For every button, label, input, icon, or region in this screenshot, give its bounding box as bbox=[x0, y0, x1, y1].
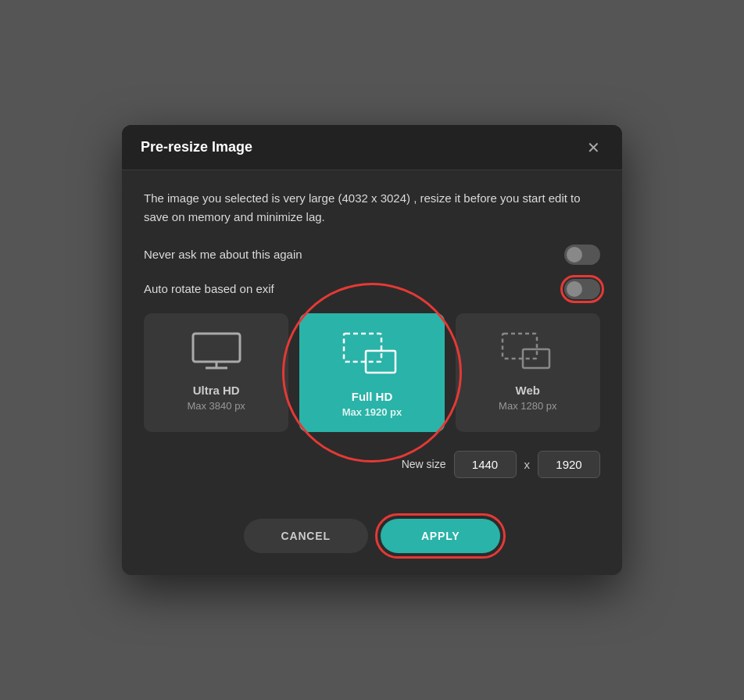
full-hd-sub: Max 1920 px bbox=[342, 406, 402, 418]
auto-rotate-toggle[interactable] bbox=[564, 279, 600, 299]
presets-row: Ultra HD Max 3840 px Full HD Max 1920 px bbox=[144, 313, 600, 432]
svg-rect-5 bbox=[503, 334, 537, 359]
cancel-button[interactable]: CANCEL bbox=[244, 519, 368, 553]
full-hd-icon bbox=[341, 330, 403, 377]
ultra-hd-icon bbox=[188, 330, 245, 371]
apply-button[interactable]: APPLY bbox=[381, 519, 501, 553]
web-sub: Max 1280 px bbox=[499, 400, 556, 412]
size-width-input[interactable] bbox=[454, 451, 517, 478]
never-ask-toggle[interactable] bbox=[564, 245, 600, 265]
preset-full-hd[interactable]: Full HD Max 1920 px bbox=[299, 313, 444, 432]
dialog-header: Pre-resize Image ✕ bbox=[122, 125, 622, 170]
svg-rect-3 bbox=[344, 334, 381, 362]
preset-web[interactable]: Web Max 1280 px bbox=[456, 313, 600, 432]
size-height-input[interactable] bbox=[538, 451, 600, 478]
web-icon bbox=[499, 330, 556, 371]
never-ask-label: Never ask me about this again bbox=[144, 248, 302, 261]
full-hd-label: Full HD bbox=[352, 390, 393, 403]
pre-resize-dialog: Pre-resize Image ✕ The image you selecte… bbox=[122, 125, 622, 575]
auto-rotate-row: Auto rotate based on exif bbox=[144, 279, 600, 299]
new-size-row: New size x bbox=[144, 451, 600, 478]
web-label: Web bbox=[516, 384, 540, 397]
never-ask-toggle-knob bbox=[567, 247, 582, 262]
size-separator: x bbox=[524, 458, 531, 471]
ultra-hd-label: Ultra HD bbox=[193, 384, 240, 397]
auto-rotate-label: Auto rotate based on exif bbox=[144, 282, 274, 295]
description-text: The image you selected is very large (40… bbox=[144, 189, 600, 226]
dialog-footer: CANCEL APPLY bbox=[122, 519, 622, 575]
svg-rect-0 bbox=[193, 334, 240, 362]
dialog-body: The image you selected is very large (40… bbox=[122, 170, 622, 519]
auto-rotate-toggle-knob bbox=[567, 281, 582, 297]
preset-ultra-hd[interactable]: Ultra HD Max 3840 px bbox=[144, 313, 288, 432]
ultra-hd-sub: Max 3840 px bbox=[187, 400, 245, 412]
close-button[interactable]: ✕ bbox=[584, 140, 603, 155]
dialog-title: Pre-resize Image bbox=[141, 139, 252, 155]
new-size-label: New size bbox=[402, 458, 446, 470]
never-ask-row: Never ask me about this again bbox=[144, 245, 600, 265]
